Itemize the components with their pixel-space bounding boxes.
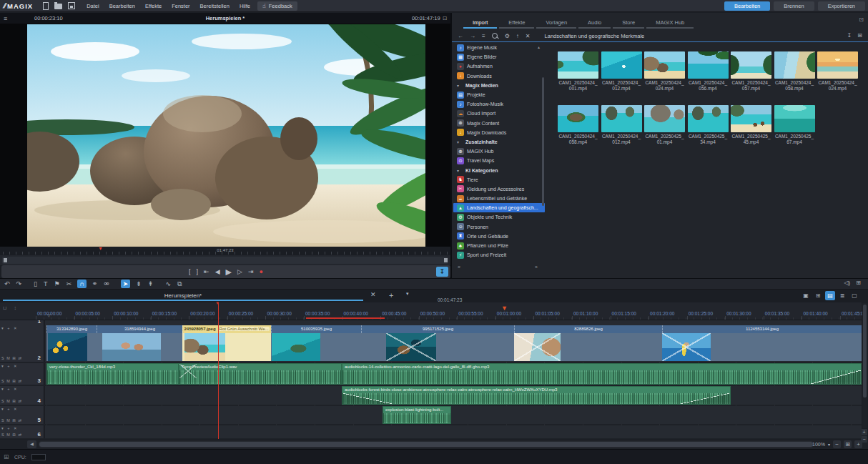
media-thumbnail[interactable] [644, 105, 685, 132]
media-item[interactable]: CAM1_20250424_024.mp4 [644, 51, 685, 92]
track-buttons-row2[interactable]: S M ⊞ ⇄ [1, 399, 22, 403]
ungroup-icon[interactable]: ⚮ [103, 280, 110, 288]
audio-clip[interactable]: audioblocks-forest-birds-close-ambience-… [342, 386, 731, 405]
media-item[interactable]: CAM1_20250424_058.mp4 [558, 105, 598, 145]
tab-magix-hub[interactable]: MAGIX Hub [646, 18, 694, 29]
track-header-1[interactable]: 1 [0, 320, 44, 325]
tree-item-pflanzen-und-pilze[interactable]: ♣Pflanzen und Pilze [453, 241, 545, 250]
clip-header[interactable]: 510035935.jpeg [271, 325, 361, 333]
preview-export-button[interactable]: ↧ [436, 267, 448, 277]
track-buttons-row1[interactable]: ▾ + ✕ [1, 364, 19, 368]
track-buttons-row2[interactable]: S M ⊞ ⇄ [1, 433, 22, 437]
tree-group-magix-medien[interactable]: ▾Magix Medien [453, 81, 545, 90]
media-item[interactable]: CAM1_20250424_058.mp4 [774, 51, 815, 92]
mode-button-bearbeiten[interactable]: Bearbeiten [724, 1, 770, 11]
small-grid-icon[interactable]: ⊞ [856, 280, 861, 286]
media-item[interactable]: CAM1_20250424_012.mp4 [601, 105, 642, 145]
menu-fenster[interactable]: Fenster [172, 3, 189, 9]
media-item[interactable]: CAM1_20250425_34.mp4 [688, 105, 729, 145]
group-icon[interactable]: ⚭ [92, 280, 99, 288]
tree-nav-right-icon[interactable]: » [535, 265, 538, 270]
media-item[interactable]: CAM1_20250424_057.mp4 [731, 51, 771, 92]
transport-mark-in[interactable]: [ [189, 268, 191, 275]
track-buttons-row2[interactable]: S M ⊞ ⇄ [1, 356, 22, 360]
tree-item-lebensmittel-und-getr-nke[interactable]: ☕Lebensmittel und Getränke [453, 194, 545, 203]
track-buttons-row1[interactable]: ▾ + ✕ [1, 407, 19, 411]
grid-view-icon[interactable]: ⊞ [857, 32, 862, 39]
media-item[interactable]: CAM1_20250425_67.mp4 [774, 105, 815, 145]
statusbar-grid-icon[interactable]: ⊞ [4, 453, 9, 460]
clip-thumbnail[interactable] [48, 333, 87, 361]
clip-header[interactable]: 995171525.jpeg [361, 325, 514, 333]
fade-in-handle[interactable] [342, 393, 393, 404]
media-thumbnail[interactable] [644, 51, 685, 79]
tree-item-personen[interactable]: ☺Personen [453, 222, 545, 232]
mouse-mode-single-icon[interactable]: ⇟ [135, 280, 142, 288]
video-preview-area[interactable] [0, 24, 450, 247]
media-thumbnail[interactable] [774, 105, 815, 132]
tree-group-zusatzinhalte[interactable]: ▾Zusatzinhalte [453, 137, 545, 147]
tree-group-ki-kategorien[interactable]: ▾KI Kategorien [453, 165, 545, 174]
clip-header[interactable]: 318594944.jpeg [97, 325, 182, 333]
clip-thumbnail[interactable] [386, 333, 436, 361]
new-tab-icon[interactable]: + [389, 291, 393, 300]
fade-out-handle[interactable] [811, 370, 861, 384]
clip-thumbnail[interactable] [102, 333, 161, 361]
preview-detach-icon[interactable]: ⊡ [443, 15, 447, 21]
tree-item-downloads[interactable]: ↓Downloads [453, 71, 545, 81]
track-header-2[interactable]: ▾ + ✕S M ⊞ ⇄2 [0, 325, 44, 362]
media-thumbnail[interactable] [601, 105, 642, 132]
tab-store[interactable]: Store [613, 18, 644, 29]
scroll-handle-left[interactable] [4, 258, 7, 262]
mode-button-exportieren[interactable]: Exportieren [818, 1, 865, 11]
media-thumbnail[interactable] [731, 51, 771, 79]
tab-import[interactable]: Import [463, 18, 497, 29]
search-icon[interactable] [492, 33, 498, 39]
track-zoom-in-icon[interactable]: + [861, 429, 867, 435]
marker-icon[interactable]: ⚑ [54, 280, 61, 288]
settings-gear-icon[interactable]: ⚙ [505, 33, 510, 39]
import-icon[interactable]: ↧ [847, 32, 852, 39]
back-icon[interactable]: ← [458, 33, 463, 39]
media-thumbnail[interactable] [688, 105, 729, 132]
timeline-vscrollbar[interactable] [862, 303, 867, 428]
transport-jump-end[interactable]: ⇥ [248, 268, 254, 275]
redo-icon[interactable]: ↷ [16, 280, 23, 288]
tab-vorlagen[interactable]: Vorlagen [536, 18, 576, 29]
track-buttons-row1[interactable]: ▾ + ✕ [1, 326, 19, 330]
media-thumbnail[interactable] [558, 51, 598, 79]
preview-scroll-track[interactable] [2, 257, 448, 264]
preview-scrollbar[interactable] [0, 255, 450, 265]
track-buttons-row2[interactable]: S M ⊞ ⇄ [1, 379, 22, 383]
clip-header[interactable]: 313342890.jpeg [46, 325, 97, 333]
save-project-icon[interactable] [68, 2, 75, 9]
curve-edit-icon[interactable]: ∿ [164, 280, 172, 288]
tree-nav-left-icon[interactable]: « [458, 265, 460, 270]
tree-item-eigene-musik[interactable]: ♪Eigene Musik [453, 43, 545, 52]
tree-item-magix-content[interactable]: ⊕Magix Content [453, 119, 545, 128]
tab-effekte[interactable]: Effekte [499, 18, 534, 29]
track-zoom-out-icon[interactable]: − [861, 436, 867, 443]
folder-up-icon[interactable]: ↑ [516, 33, 519, 39]
audio-clip[interactable]: very-close-thunder_CkI_184d.mp3 [46, 363, 179, 385]
track-header-6[interactable]: ▾ + ✕S M ⊞ ⇄6 [0, 425, 44, 438]
tree-item-projekte[interactable]: ▤Projekte [453, 90, 545, 99]
mouse-mode-icon[interactable]: ➤ [121, 280, 131, 288]
menu-hilfe[interactable]: Hilfe [240, 3, 250, 9]
media-thumbnail[interactable] [601, 51, 642, 79]
clip-thumbnail[interactable] [184, 333, 225, 361]
transport-mark-out[interactable]: ] [197, 268, 199, 275]
transport-play-range[interactable]: ▷ [237, 268, 242, 275]
media-item[interactable]: CAM1_20250424_056.mp4 [688, 51, 729, 92]
zoom-fit-icon[interactable]: ⊞ [844, 440, 852, 448]
fade-out-handle[interactable] [680, 393, 730, 404]
tree-item-kleidung-und-accessoires[interactable]: ✂Kleidung und Accessoires [453, 184, 545, 194]
media-thumbnail[interactable] [688, 51, 729, 79]
scene-view-icon[interactable]: ⊞ [813, 291, 823, 300]
menu-bereitstellen[interactable]: Bereitstellen [200, 3, 230, 9]
audio-clip[interactable]: explosion-blast-lightning-bolt... [383, 406, 451, 424]
media-pool-detach-icon[interactable]: ⊡ [859, 16, 864, 23]
zoom-dropdown-icon[interactable]: ▾ [828, 442, 830, 447]
snap-icon[interactable]: ∩ [77, 280, 86, 288]
clip-thumbnail[interactable] [662, 333, 711, 361]
